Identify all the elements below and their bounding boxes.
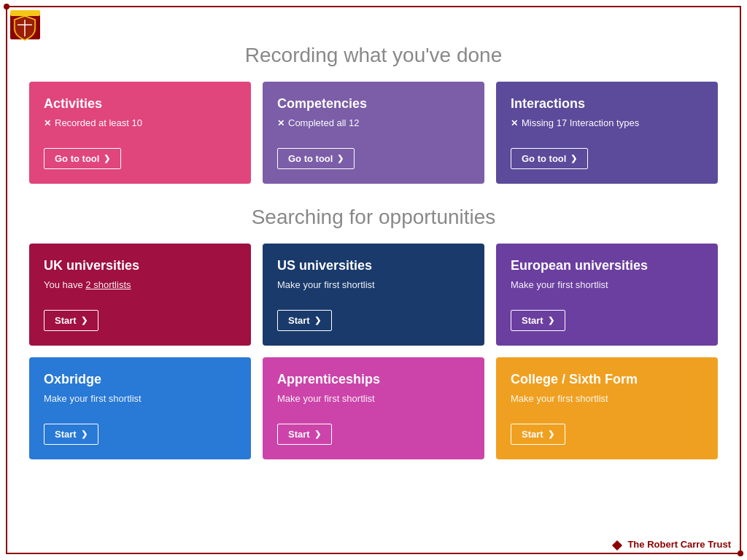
- footer-diamond-icon: [612, 540, 622, 550]
- interactions-go-to-tool-button[interactable]: Go to tool ❯: [511, 148, 588, 169]
- interactions-title: Interactions: [511, 96, 703, 112]
- competencies-x-icon: ✕: [277, 118, 285, 128]
- apprenticeships-title: Apprenticeships: [277, 372, 470, 387]
- apprenticeships-subtitle: Make your first shortlist: [277, 393, 470, 404]
- uk-universities-chevron-icon: ❯: [81, 316, 88, 325]
- activities-title: Activities: [44, 96, 236, 112]
- college-sixth-form-title: College / Sixth Form: [511, 372, 703, 387]
- section1-cards: Activities ✕ Recorded at least 10 Go to …: [29, 82, 718, 184]
- us-universities-subtitle: Make your first shortlist: [277, 279, 470, 290]
- interactions-status: ✕ Missing 17 Interaction types: [511, 117, 703, 128]
- european-universities-subtitle: Make your first shortlist: [511, 279, 703, 290]
- uk-universities-subtitle: You have 2 shortlists: [44, 279, 236, 290]
- competencies-go-to-tool-button[interactable]: Go to tool ❯: [277, 148, 355, 169]
- us-universities-chevron-icon: ❯: [314, 316, 321, 325]
- main-content: Recording what you've done Activities ✕ …: [0, 0, 747, 496]
- activities-card: Activities ✕ Recorded at least 10 Go to …: [29, 82, 251, 184]
- competencies-status: ✕ Completed all 12: [277, 117, 470, 128]
- uk-universities-start-button[interactable]: Start ❯: [44, 310, 98, 331]
- activities-go-to-tool-button[interactable]: Go to tool ❯: [44, 148, 121, 169]
- apprenticeships-start-button[interactable]: Start ❯: [277, 424, 332, 445]
- us-universities-start-button[interactable]: Start ❯: [277, 310, 332, 331]
- european-universities-title: European universities: [511, 258, 703, 273]
- us-universities-card: US universities Make your first shortlis…: [263, 244, 484, 346]
- college-sixth-form-card: College / Sixth Form Make your first sho…: [496, 357, 718, 459]
- oxbridge-chevron-icon: ❯: [81, 429, 88, 439]
- section1-title: Recording what you've done: [29, 44, 718, 67]
- uk-universities-title: UK universities: [44, 258, 236, 273]
- activities-chevron-icon: ❯: [104, 154, 110, 163]
- footer-brand: The Robert Carre Trust: [614, 539, 731, 550]
- activities-x-icon: ✕: [44, 118, 51, 128]
- competencies-chevron-icon: ❯: [337, 154, 344, 163]
- uk-shortlists-link[interactable]: 2 shortlists: [85, 279, 131, 290]
- college-sixth-form-chevron-icon: ❯: [548, 429, 554, 439]
- oxbridge-card: Oxbridge Make your first shortlist Start…: [29, 357, 251, 459]
- interactions-chevron-icon: ❯: [570, 154, 577, 163]
- activities-status: ✕ Recorded at least 10: [44, 117, 236, 128]
- oxbridge-subtitle: Make your first shortlist: [44, 393, 236, 404]
- european-universities-start-button[interactable]: Start ❯: [511, 310, 565, 331]
- oxbridge-title: Oxbridge: [44, 372, 236, 387]
- uk-universities-card: UK universities You have 2 shortlists St…: [29, 244, 251, 346]
- interactions-x-icon: ✕: [511, 118, 518, 128]
- oxbridge-start-button[interactable]: Start ❯: [44, 424, 98, 445]
- section2-title: Searching for opportunities: [29, 206, 718, 229]
- european-universities-card: European universities Make your first sh…: [496, 244, 718, 346]
- interactions-card: Interactions ✕ Missing 17 Interaction ty…: [496, 82, 718, 184]
- apprenticeships-chevron-icon: ❯: [314, 429, 321, 439]
- college-sixth-form-start-button[interactable]: Start ❯: [511, 424, 565, 445]
- competencies-card: Competencies ✕ Completed all 12 Go to to…: [263, 82, 484, 184]
- us-universities-title: US universities: [277, 258, 470, 273]
- section2-cards: UK universities You have 2 shortlists St…: [29, 244, 718, 459]
- college-sixth-form-subtitle: Make your first shortlist: [511, 393, 703, 404]
- logo: [9, 9, 42, 42]
- competencies-title: Competencies: [277, 96, 470, 112]
- apprenticeships-card: Apprenticeships Make your first shortlis…: [263, 357, 484, 459]
- european-universities-chevron-icon: ❯: [548, 316, 554, 325]
